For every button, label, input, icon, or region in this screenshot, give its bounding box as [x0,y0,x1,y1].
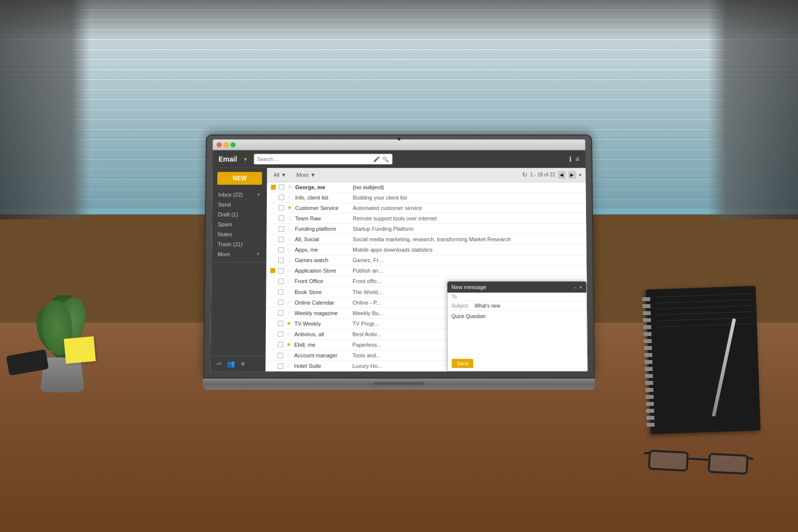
email-subject: Mobile apps downloads statistics [353,247,583,253]
blind-slat [0,70,798,79]
menu-icon[interactable]: ≡ [576,155,580,163]
email-row[interactable]: ☆ Team Raw Remote support tools over int… [267,213,587,224]
email-row[interactable]: ☆ Apps, me Mobile apps downloads statist… [266,244,587,255]
favorites-icon[interactable]: ★ [240,359,246,367]
email-star-icon[interactable]: ☆ [287,246,292,253]
popup-body-text: Quick Question [451,314,486,319]
header-icons: ℹ ≡ [569,155,580,163]
email-checkbox[interactable] [278,342,283,347]
sidebar-item-draft[interactable]: Draft (1) [212,209,267,219]
email-no-flag [269,363,274,368]
email-star-icon[interactable]: ★ [287,204,292,211]
filter-more-button[interactable]: More ▼ [294,171,318,178]
refresh-icon[interactable]: ↻ [522,171,528,178]
email-checkbox[interactable] [277,363,283,368]
popup-close-icon[interactable]: × [579,284,583,290]
email-checkbox[interactable] [279,205,284,210]
email-star-icon[interactable]: ☆ [287,288,292,295]
email-checkbox[interactable] [278,289,284,294]
email-checkbox[interactable] [279,194,284,200]
send-button[interactable]: Send [452,358,474,367]
email-star-icon[interactable]: ☆ [286,299,291,305]
email-no-flag [271,205,276,210]
email-checkbox[interactable] [278,257,284,263]
search-icon[interactable]: 🔍 [382,156,389,162]
info-icon[interactable]: ℹ [569,155,572,163]
email-star-icon[interactable]: ☆ [287,236,292,242]
next-page-button[interactable]: ▶ [568,171,576,178]
sidebar-item-notes[interactable]: Notes [211,229,266,239]
email-checkbox[interactable] [279,184,284,189]
sidebar-item-trash[interactable]: Trash (21) [211,239,266,249]
sidebar-item-more[interactable]: More ▼ [211,249,266,259]
email-star-icon[interactable]: ☆ [287,267,292,274]
sidebar-item-inbox[interactable]: Inbox (22) ▼ [212,189,267,199]
email-row[interactable]: ☆ George, me (no subject) [267,182,586,192]
email-checkbox[interactable] [278,247,284,252]
popup-body-area[interactable]: Quick Question [447,310,587,346]
email-checkbox[interactable] [278,278,284,284]
blind-slat [0,40,798,49]
sidebar-divider [211,262,266,262]
email-no-flag [270,310,275,315]
email-star-icon[interactable]: ☆ [287,183,292,190]
contacts-icon[interactable]: 👥 [227,359,235,367]
app-title-dropdown-icon[interactable]: ▼ [243,156,248,162]
popup-minimize-icon[interactable]: – [574,284,577,290]
email-checkbox[interactable] [279,215,284,221]
email-star-icon[interactable]: ★ [286,320,291,327]
email-sender: Antivirus, all [294,331,350,337]
settings-icon[interactable]: ⇌ [216,359,222,367]
filter-all-button[interactable]: All ▼ [271,171,289,178]
email-checkbox[interactable] [278,226,284,231]
email-star-icon[interactable]: ☆ [287,215,292,221]
email-checkbox[interactable] [278,236,284,242]
email-checkbox[interactable] [278,310,283,316]
close-button[interactable] [216,142,221,147]
email-star-icon[interactable]: ★ [286,341,291,348]
email-no-flag [271,195,276,200]
popup-header: New message – × [447,281,587,292]
maximize-button[interactable] [230,142,235,147]
laptop: Email ▼ 🎤 🔍 ℹ ≡ NEW [203,134,595,389]
email-subject: Automated customer service [353,205,582,211]
email-star-icon[interactable]: ☆ [286,352,291,358]
email-star-icon[interactable]: ☆ [286,310,291,316]
email-star-icon[interactable]: ☆ [286,331,291,337]
email-checkbox[interactable] [278,321,283,326]
email-checkbox[interactable] [278,331,283,337]
email-row[interactable]: ☆ Application Store Publish an... [266,266,587,276]
email-star-icon[interactable]: ☆ [287,225,292,232]
email-row[interactable]: ☆ All, Social Social media marketing, re… [266,234,586,244]
email-star-icon[interactable]: ☆ [286,362,291,369]
email-checkbox[interactable] [278,299,283,305]
popup-subject-value[interactable]: What's new [474,303,500,308]
email-row[interactable]: ☆ Info, client list Building your client… [267,192,586,203]
blind-slat [0,100,798,109]
email-sender: Customer Service [295,205,350,211]
sidebar-label-trash: Trash (21) [217,241,242,247]
email-row[interactable]: ☆ Funding platform Startup Funding Platf… [266,223,586,234]
prev-page-button[interactable]: ◀ [558,171,566,178]
search-input[interactable] [257,156,372,162]
minimize-button[interactable] [223,142,228,147]
sidebar-item-spam[interactable]: Spam [212,219,267,229]
sticky-note [64,336,96,363]
sidebar-item-send[interactable]: Send [212,199,267,209]
window-controls [216,142,235,147]
blind-slat [0,50,798,59]
email-star-icon[interactable]: ☆ [287,194,292,200]
email-star-icon[interactable]: ☆ [287,257,292,263]
email-checkbox[interactable] [278,268,284,273]
email-star-icon[interactable]: ☆ [287,278,292,284]
more-arrow-icon: ▼ [256,251,260,256]
email-row[interactable]: ☆ Games watch Games, Fr... [266,255,587,266]
email-sender: Hotel Suite [294,362,350,368]
email-checkbox[interactable] [278,353,283,358]
email-row[interactable]: ★ Customer Service Automated customer se… [267,203,586,213]
more-options-icon[interactable]: ● [579,172,582,177]
blind-slat [0,80,798,89]
app-header: Email ▼ 🎤 🔍 ℹ ≡ [212,150,586,168]
search-bar[interactable]: 🎤 🔍 [254,154,393,165]
new-email-button[interactable]: NEW [217,172,262,184]
